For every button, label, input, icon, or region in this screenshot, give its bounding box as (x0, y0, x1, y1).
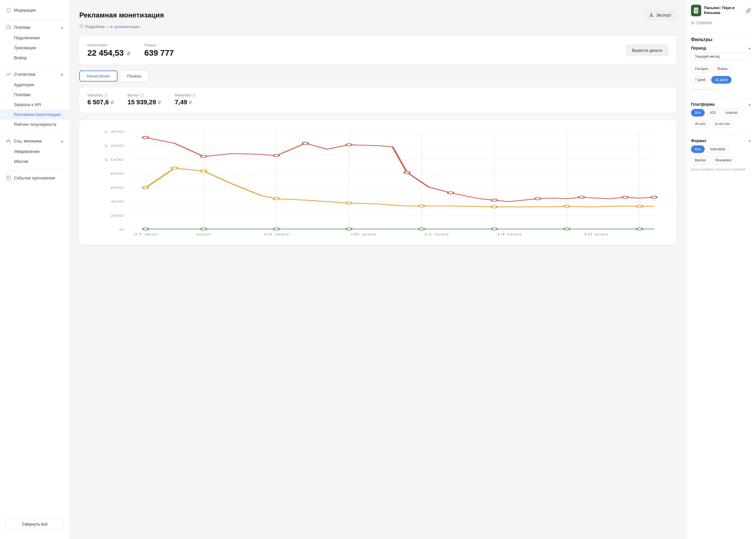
format-chip-rewarded[interactable]: Rewarded (712, 156, 735, 164)
metric-interstitial: Interstitial ? 6 507,6 ₽ (87, 93, 114, 106)
metrics-card: Interstitial ? 6 507,6 ₽ Banner ? 15 939… (79, 87, 677, 113)
chart-svg: 1 400 1 200 1 000 800 600 400 200 0 27 а… (87, 126, 669, 237)
svg-point-52 (535, 197, 541, 200)
svg-point-61 (419, 205, 425, 207)
svg-text:400: 400 (111, 200, 124, 203)
sidebar-section-payments: Платежи ▲ Подключение Транзакции Вывод (0, 22, 70, 63)
date-to: --'--'---- (708, 87, 718, 91)
svg-point-46 (273, 154, 279, 157)
tab-accruals[interactable]: Начисления (79, 70, 118, 82)
date-separator: — (703, 87, 707, 91)
chart-container: 1 400 1 200 1 000 800 600 400 200 0 27 а… (79, 120, 677, 245)
accruals-label: Начисления (87, 43, 130, 47)
download-icon (649, 12, 654, 18)
period-chip-30days[interactable]: 30 дней (711, 76, 731, 84)
period-chip-7days[interactable]: 7 дней (691, 76, 710, 84)
svg-point-64 (636, 205, 642, 207)
sidebar-header-payments[interactable]: Платежи ▲ (0, 22, 70, 33)
svg-text:мая: мая (197, 233, 211, 236)
sidebar-item-popularity-rating[interactable]: Рейтинг популярности (0, 119, 70, 129)
period-filter-title: Период ▲ (691, 46, 751, 50)
metric-rewarded-label: Rewarded ? (175, 93, 196, 97)
sidebar-item-moderation[interactable]: Модерация (0, 5, 70, 16)
divider-1 (6, 19, 64, 20)
sidebar-section-statistics: Статистика ▲ Аудитория Платежи Запросы к… (0, 69, 70, 129)
svg-point-68 (346, 228, 352, 230)
doc-link[interactable]: документации (115, 25, 139, 29)
platform-chip-android[interactable]: Android (721, 109, 741, 116)
svg-text:1 000: 1 000 (104, 158, 124, 161)
chevron-statistics: ▲ (60, 72, 64, 76)
period-chip-current-month[interactable]: Текущий месяц (691, 53, 751, 60)
info-icon-banner[interactable]: ? (140, 93, 144, 97)
format-filter-note: Можно выбрать несколько значений (691, 168, 751, 171)
platform-chip-m-vk-com[interactable]: m.vk.com (712, 120, 734, 127)
sidebar-item-connection[interactable]: Подключение (0, 33, 70, 43)
svg-text:1 400: 1 400 (104, 130, 124, 133)
sidebar-item-ad-monetization[interactable]: Рекламная монетизация (0, 110, 70, 119)
sidebar-item-api-requests[interactable]: Запросы к API (0, 100, 70, 110)
sidebar-label-social: Соц. механики (14, 139, 42, 143)
period-chip-yesterday[interactable]: Вчера (714, 65, 731, 73)
info-icon-interstitial[interactable]: ? (104, 93, 108, 97)
sidebar: Модерация Платежи ▲ Подключение (0, 0, 70, 539)
sidebar-item-notifications[interactable]: Уведомления (0, 147, 70, 156)
sidebar-item-audience[interactable]: Аудитория (0, 80, 70, 90)
page-title: Рекламная монетизация (79, 11, 164, 19)
page-header: Рекламная монетизация Экспорт (79, 9, 677, 21)
platform-chip-vk-com[interactable]: vk.com (691, 120, 710, 127)
info-icon-rewarded[interactable]: ? (192, 93, 196, 97)
platform-chip-ios[interactable]: iOS (707, 109, 720, 116)
format-row-1: Все Interstitial (691, 145, 751, 153)
svg-point-59 (273, 197, 279, 200)
svg-text:800: 800 (111, 172, 124, 175)
format-filter: Формат ▲ Все Interstitial Banner Rewarde… (691, 138, 751, 171)
format-chip-all[interactable]: Все (691, 145, 705, 153)
format-chip-interstitial[interactable]: Interstitial (707, 145, 729, 153)
svg-text:18 мая: 18 мая (583, 233, 609, 236)
period-chip-today[interactable]: Сегодня (691, 65, 712, 73)
divider-3 (6, 133, 64, 133)
copy-link-icon[interactable]: 🔗 (745, 8, 751, 13)
svg-point-49 (404, 171, 410, 174)
platform-chip-all[interactable]: Все (691, 109, 705, 116)
sidebar-section-moderation: Модерация (0, 5, 70, 16)
svg-point-47 (302, 142, 308, 144)
svg-line-5 (7, 141, 8, 141)
svg-point-54 (622, 196, 628, 198)
sidebar-item-withdrawal[interactable]: Вывод (0, 53, 70, 63)
format-filter-title: Формат ▲ (691, 138, 751, 143)
withdraw-button[interactable]: Вывести деньги (626, 44, 669, 56)
sidebar-header-statistics[interactable]: Статистика ▲ (0, 69, 70, 80)
app-name: Пасьянс: Паук и Косынка (704, 6, 745, 16)
shield-icon (6, 8, 11, 13)
sidebar-section-app-events: События приложения (0, 173, 70, 184)
svg-point-2 (8, 139, 9, 141)
svg-text:11 мая: 11 мая (423, 233, 449, 236)
svg-point-72 (636, 228, 642, 230)
sidebar-header-social[interactable]: Соц. механики ▲ (0, 135, 70, 147)
filters-title: Фильтры (691, 37, 751, 42)
sidebar-item-transactions[interactable]: Транзакции (0, 43, 70, 53)
svg-point-57 (172, 167, 178, 169)
chart-icon (6, 72, 11, 77)
svg-point-56 (142, 187, 148, 189)
svg-point-45 (201, 155, 207, 158)
sidebar-item-payments2[interactable]: Платежи (0, 90, 70, 100)
format-chip-banner[interactable]: Banner (691, 156, 710, 164)
collapse-all-button[interactable]: Свернуть всё (6, 519, 64, 530)
svg-line-6 (8, 141, 10, 141)
svg-point-4 (9, 141, 11, 142)
social-icon (6, 138, 11, 144)
platform-row-1: Все iOS Android (691, 109, 751, 116)
svg-text:200: 200 (111, 214, 124, 217)
sidebar-item-app-events[interactable]: События приложения (0, 173, 70, 184)
sidebar-section-social: Соц. механики ▲ Уведомления Миссии (0, 135, 70, 166)
sidebar-item-missions[interactable]: Миссии (0, 156, 70, 166)
svg-text:1 200: 1 200 (104, 144, 124, 147)
svg-point-60 (346, 202, 352, 204)
platform-filter: Платформа ▲ Все iOS Android vk.com m.vk.… (691, 102, 751, 131)
tab-shows[interactable]: Показы (120, 70, 148, 82)
chevron-payments: ▲ (60, 25, 64, 30)
export-button[interactable]: Экспорт (644, 9, 677, 21)
